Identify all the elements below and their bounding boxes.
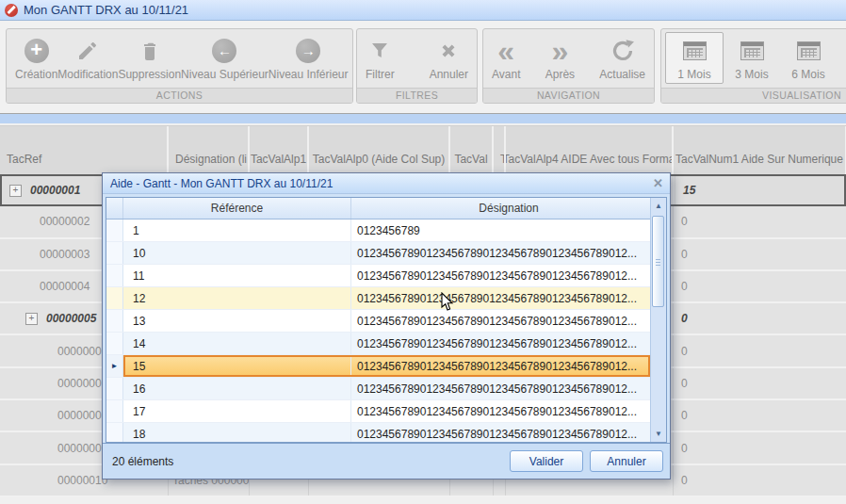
tacref-value: 00000005 [46, 312, 96, 325]
calendar-1-icon [683, 36, 707, 66]
row-gutter [106, 400, 123, 422]
toolbar-button-actualise[interactable]: Actualise [599, 36, 645, 81]
toolbar-group-caption: NAVIGATION [483, 88, 654, 103]
dialog-table: RéférenceDésignation 1012345678910012345… [106, 197, 667, 443]
chevrons-left-icon: « [497, 36, 514, 66]
num-value: 0 [681, 442, 688, 455]
reference-cell: 10 [123, 242, 351, 264]
designation-cell: 0123456789012345678901234567890123456789… [351, 333, 650, 354]
designation-cell: 0123456789012345678901234567890123456789… [351, 355, 650, 377]
dialog-row-15[interactable]: ►150123456789012345678901234567890123456… [106, 355, 650, 378]
dialog-column-header-designation[interactable]: Désignation [351, 198, 666, 219]
tacvalnum1-cell: 0 [674, 271, 846, 301]
grid-header-row: TacRefDésignation (liTacValAlp1TacValAlp… [0, 125, 846, 174]
row-gutter [106, 310, 123, 332]
designation-cell: 0123456789012345678901234567890123456789… [351, 265, 650, 286]
dialog-row-17[interactable]: 1701234567890123456789012345678901234567… [106, 400, 650, 423]
tacref-value: 00000009 [57, 442, 107, 455]
toolbar-button-label: Annuler [430, 68, 468, 81]
row-gutter [106, 378, 123, 399]
designation-cell: 0123456789012345678901234567890123456789… [351, 423, 650, 442]
column-header-designation-li[interactable]: Désignation (li [169, 126, 250, 174]
trash-icon [138, 36, 161, 66]
num-value: 0 [681, 377, 688, 390]
row-gutter [106, 287, 123, 309]
toolbar-group-caption: FILTRES [357, 88, 477, 103]
toolbar-group-caption: ACTIONS [7, 88, 352, 103]
app-window: Mon GANTT DRX au 10/11/21 +CréationModif… [0, 0, 846, 504]
element-count: 20 éléments [112, 455, 503, 468]
num-value: 0 [681, 215, 688, 228]
tacvalnum1-cell: 15 [675, 176, 846, 204]
toolbar-button-modification[interactable]: Modification [57, 36, 118, 81]
column-header-tacvalalp4-aide-avec-tous-forma[interactable]: TacValAlp4 AIDE Avec tous Forma [506, 126, 674, 174]
toolbar-button-label: Avant [492, 68, 520, 81]
toolbar-button-label: Après [545, 68, 575, 81]
num-value: 0 [681, 474, 688, 487]
dialog-row-18[interactable]: 1801234567890123456789012345678901234567… [106, 423, 650, 442]
valider-button[interactable]: Valider [510, 450, 583, 472]
close-icon[interactable]: ✕ [653, 176, 663, 190]
toolbar-button-1-mois[interactable]: 1 Mois [665, 32, 724, 84]
toolbar-accent-strip [0, 113, 846, 123]
toolbar-group-navigation: «Avant»AprèsActualiseNAVIGATION [482, 28, 655, 104]
num-value: 0 [681, 312, 688, 325]
toolbar-group-actions: +CréationModificationSuppression←Niveau … [6, 28, 353, 104]
scroll-up-icon[interactable]: ▲ [651, 202, 666, 210]
dialog-rows: 1012345678910012345678901234567890123456… [106, 219, 650, 442]
expand-icon[interactable]: + [25, 313, 38, 325]
expand-icon[interactable]: + [9, 185, 22, 197]
dialog-titlebar[interactable]: Aide - Gantt - Mon GANTT DRX au 10/11/21… [103, 173, 670, 194]
tacvalnum1-cell: 0 [674, 239, 846, 269]
toolbar-button-annuler[interactable]: Annuler [430, 36, 468, 81]
dialog-row-1[interactable]: 10123456789 [106, 219, 650, 242]
dialog-row-16[interactable]: 1601234567890123456789012345678901234567… [106, 378, 650, 400]
dialog-column-header-reference[interactable]: Référence [123, 198, 351, 219]
reference-cell: 15 [123, 355, 351, 377]
calendar-3-icon [740, 36, 764, 66]
column-header-t[interactable]: T [494, 126, 506, 174]
toolbar-button-label: Niveau Inférieur [268, 68, 349, 81]
toolbar-button-niveau-superieur[interactable]: ←Niveau Supérieur [181, 36, 268, 81]
annuler-button[interactable]: Annuler [590, 450, 663, 472]
toolbar-button-apres[interactable]: »Après [545, 36, 575, 81]
column-header-tacvalalp1[interactable]: TacValAlp1 [250, 126, 309, 174]
toolbar-button-label: Suppression [118, 68, 181, 81]
tacref-value: 00000004 [40, 280, 89, 293]
toolbar-button-filtrer[interactable]: Filtrer [366, 36, 395, 81]
tacref-value: 00000010 [57, 474, 107, 487]
dialog-scrollbar[interactable]: ▲ ▼ [650, 198, 666, 442]
column-header-tacvalnum1-aide-sur-numerique[interactable]: TacValNum1 Aide Sur Numerique [674, 126, 846, 174]
column-header-tacvalalp0-aide-col-sup[interactable]: TacValAlp0 (Aide Col Sup) [309, 126, 450, 174]
scroll-thumb[interactable] [652, 216, 664, 307]
designation-cell: 0123456789012345678901234567890123456789… [351, 242, 650, 264]
dialog-row-14[interactable]: 1401234567890123456789012345678901234567… [106, 333, 650, 355]
dialog-row-13[interactable]: 1301234567890123456789012345678901234567… [106, 310, 650, 333]
dialog-row-11[interactable]: 1101234567890123456789012345678901234567… [106, 265, 650, 287]
toolbar-button-3-mois[interactable]: 3 Mois [724, 36, 780, 81]
scroll-down-icon[interactable]: ▼ [651, 430, 666, 438]
window-titlebar: Mon GANTT DRX au 10/11/21 [0, 0, 846, 21]
calendar-6-icon [797, 36, 821, 66]
toolbar-button-suppression[interactable]: Suppression [118, 36, 181, 81]
toolbar-button-creation[interactable]: +Création [15, 36, 57, 81]
dialog-row-12[interactable]: 1201234567890123456789012345678901234567… [106, 287, 650, 310]
column-header-tacval[interactable]: TacVal [450, 126, 494, 174]
dialog-title: Aide - Gantt - Mon GANTT DRX au 10/11/21 [110, 177, 653, 190]
dialog-gutter-header [106, 198, 123, 219]
toolbar-button-niveau-inferieur[interactable]: →Niveau Inférieur [268, 36, 349, 81]
toolbar-group-caption: VISUALISATION [661, 88, 846, 103]
column-header-tacref[interactable]: TacRef [0, 126, 169, 174]
toolbar-button-label: Niveau Supérieur [181, 68, 268, 81]
mouse-cursor [441, 292, 454, 312]
reference-cell: 11 [123, 265, 351, 286]
dialog-row-10[interactable]: 1001234567890123456789012345678901234567… [106, 242, 650, 265]
tacref-value: 00000002 [40, 215, 89, 228]
toolbar-button-avant[interactable]: «Avant [492, 36, 520, 81]
toolbar-button-label: 3 Mois [735, 68, 768, 81]
aide-dialog: Aide - Gantt - Mon GANTT DRX au 10/11/21… [102, 172, 671, 480]
row-gutter: ► [106, 355, 123, 377]
num-value: 0 [681, 409, 688, 422]
reference-cell: 13 [123, 310, 351, 332]
toolbar-button-6-mois[interactable]: 6 Mois [780, 36, 837, 81]
